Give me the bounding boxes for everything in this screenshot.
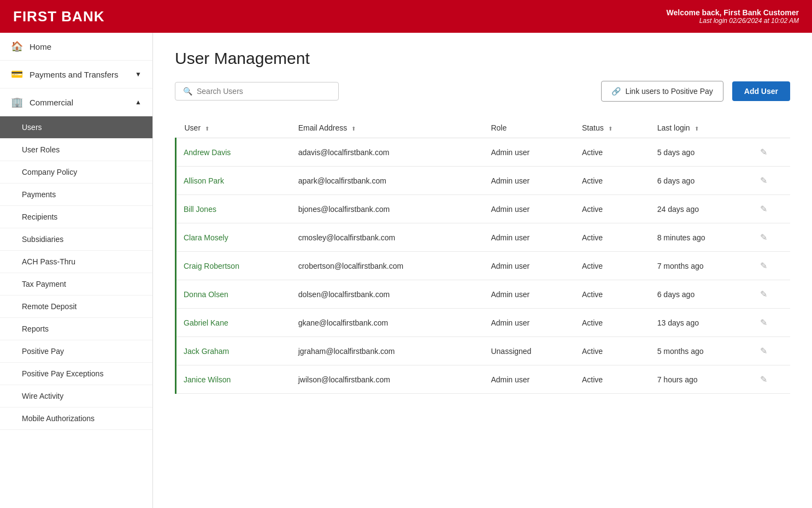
cell-last-login: 5 days ago (649, 138, 752, 167)
cell-email: cmosley@localfirstbank.com (290, 223, 483, 252)
user-name-link[interactable]: Andrew Davis (184, 148, 231, 157)
sidebar-item-wire-activity[interactable]: Wire Activity (0, 385, 152, 407)
cell-edit: ✎ (751, 138, 790, 167)
cell-edit: ✎ (751, 309, 790, 337)
sidebar-item-ach-pass-thru[interactable]: ACH Pass-Thru (0, 251, 152, 273)
edit-icon[interactable]: ✎ (760, 176, 767, 185)
card-icon: 💳 (11, 68, 23, 80)
cell-role: Admin user (482, 223, 573, 252)
sort-icon-status: ⬆ (608, 126, 613, 132)
col-user[interactable]: User ⬆ (176, 118, 290, 138)
user-name-link[interactable]: Craig Robertson (184, 262, 239, 270)
sidebar-item-remote-deposit[interactable]: Remote Deposit (0, 296, 152, 318)
sidebar-recipients-label: Recipients (22, 212, 57, 221)
cell-role: Admin user (482, 195, 573, 223)
col-email[interactable]: Email Address ⬆ (290, 118, 483, 138)
edit-icon[interactable]: ✎ (760, 261, 767, 270)
user-name-link[interactable]: Jack Graham (184, 347, 229, 356)
search-input[interactable] (197, 87, 331, 96)
sort-icon-email: ⬆ (351, 126, 356, 132)
edit-icon[interactable]: ✎ (760, 290, 767, 299)
cell-user-name: Bill Jones (176, 195, 290, 223)
table-row: Gabriel Kane gkane@localfirstbank.com Ad… (176, 309, 791, 337)
sidebar-user-roles-label: User Roles (22, 145, 60, 154)
sidebar-item-tax-payment[interactable]: Tax Payment (0, 273, 152, 296)
sidebar-item-mobile-authorizations[interactable]: Mobile Authorizations (0, 407, 152, 430)
page-title: User Management (175, 49, 790, 68)
edit-icon[interactable]: ✎ (760, 204, 767, 214)
cell-user-name: Allison Park (176, 167, 290, 195)
sidebar-item-recipients[interactable]: Recipients (0, 206, 152, 228)
user-name-link[interactable]: Allison Park (184, 176, 224, 185)
search-box[interactable]: 🔍 (175, 82, 339, 101)
sidebar-positive-pay-label: Positive Pay (22, 347, 64, 356)
user-name-link[interactable]: Gabriel Kane (184, 318, 228, 327)
link-btn-label: Link users to Positive Pay (625, 87, 713, 96)
cell-last-login: 6 days ago (649, 167, 752, 195)
cell-edit: ✎ (751, 167, 790, 195)
cell-last-login: 13 days ago (649, 309, 752, 337)
cell-status: Active (573, 337, 649, 365)
main-container: 🏠 Home 💳 Payments and Transfers ▼ 🏢 Comm… (0, 33, 812, 508)
col-last-login[interactable]: Last login ⬆ (649, 118, 752, 138)
sidebar-positive-pay-exceptions-label: Positive Pay Exceptions (22, 369, 103, 378)
edit-icon[interactable]: ✎ (760, 147, 767, 157)
col-status[interactable]: Status ⬆ (573, 118, 649, 138)
table-row: Craig Robertson crobertson@localfirstban… (176, 252, 791, 280)
edit-icon[interactable]: ✎ (760, 233, 767, 242)
cell-status: Active (573, 195, 649, 223)
edit-icon[interactable]: ✎ (760, 375, 767, 384)
sidebar-item-payments[interactable]: Payments (0, 184, 152, 206)
user-name-link[interactable]: Janice Wilson (184, 375, 231, 384)
sort-icon-last-login: ⬆ (695, 126, 699, 132)
sidebar-tax-label: Tax Payment (22, 280, 66, 288)
table-row: Donna Olsen dolsen@localfirstbank.com Ad… (176, 280, 791, 309)
cell-email: bjones@localfirstbank.com (290, 195, 483, 223)
table-row: Andrew Davis adavis@localfirstbank.com A… (176, 138, 791, 167)
cell-user-name: Craig Robertson (176, 252, 290, 280)
app-header: FIRST BANK Welcome back, First Bank Cust… (0, 0, 812, 33)
cell-status: Active (573, 365, 649, 394)
cell-status: Active (573, 167, 649, 195)
cell-last-login: 24 days ago (649, 195, 752, 223)
cell-status: Active (573, 252, 649, 280)
user-name-link[interactable]: Clara Mosely (184, 233, 228, 242)
sidebar-item-commercial[interactable]: 🏢 Commercial ▲ (0, 88, 152, 116)
sidebar-wire-activity-label: Wire Activity (22, 392, 63, 400)
home-icon: 🏠 (11, 40, 23, 52)
sidebar-payments-sub-label: Payments (22, 190, 56, 199)
main-content: User Management 🔍 🔗 Link users to Positi… (153, 33, 812, 508)
building-icon: 🏢 (11, 96, 23, 108)
sidebar-mobile-auth-label: Mobile Authorizations (22, 414, 95, 423)
cell-email: adavis@localfirstbank.com (290, 138, 483, 167)
col-role[interactable]: Role (482, 118, 573, 138)
sidebar-item-reports[interactable]: Reports (0, 318, 152, 340)
sidebar-item-positive-pay-exceptions[interactable]: Positive Pay Exceptions (0, 363, 152, 385)
sidebar-item-home[interactable]: 🏠 Home (0, 33, 152, 61)
user-name-link[interactable]: Bill Jones (184, 205, 216, 214)
user-name-link[interactable]: Donna Olsen (184, 290, 228, 299)
sidebar-item-payments-transfers[interactable]: 💳 Payments and Transfers ▼ (0, 61, 152, 88)
cell-email: crobertson@localfirstbank.com (290, 252, 483, 280)
sidebar-home-label: Home (30, 42, 51, 51)
sidebar-item-subsidiaries[interactable]: Subsidiaries (0, 228, 152, 251)
edit-icon[interactable]: ✎ (760, 346, 767, 356)
table-row: Janice Wilson jwilson@localfirstbank.com… (176, 365, 791, 394)
cell-user-name: Jack Graham (176, 337, 290, 365)
cell-email: jgraham@localfirstbank.com (290, 337, 483, 365)
cell-email: jwilson@localfirstbank.com (290, 365, 483, 394)
sidebar-item-positive-pay[interactable]: Positive Pay (0, 340, 152, 363)
cell-role: Admin user (482, 280, 573, 309)
edit-icon[interactable]: ✎ (760, 318, 767, 327)
sidebar-item-user-roles[interactable]: User Roles (0, 139, 152, 161)
welcome-text: Welcome back, First Bank Customer (667, 8, 799, 17)
cell-email: apark@localfirstbank.com (290, 167, 483, 195)
sidebar-item-company-policy[interactable]: Company Policy (0, 161, 152, 184)
link-users-button[interactable]: 🔗 Link users to Positive Pay (601, 81, 723, 102)
sidebar-item-users[interactable]: Users (0, 116, 152, 139)
cell-user-name: Donna Olsen (176, 280, 290, 309)
table-row: Allison Park apark@localfirstbank.com Ad… (176, 167, 791, 195)
add-user-button[interactable]: Add User (732, 81, 790, 101)
cell-edit: ✎ (751, 365, 790, 394)
table-row: Clara Mosely cmosley@localfirstbank.com … (176, 223, 791, 252)
